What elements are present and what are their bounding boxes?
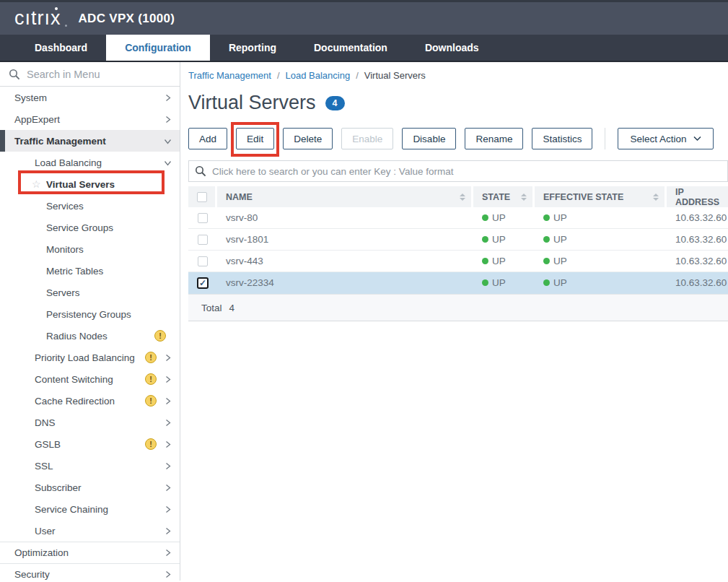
sidebar-item-label: Service Chaining	[35, 504, 108, 515]
favorite-star-icon[interactable]: ☆	[32, 178, 46, 190]
tab-reporting[interactable]: Reporting	[210, 35, 295, 61]
status-up-dot	[482, 258, 488, 264]
chevron-down-icon	[693, 136, 701, 142]
cell-ip-address: 10.63.32.60	[667, 234, 728, 245]
sort-icon[interactable]	[460, 194, 465, 201]
status-up-dot	[482, 279, 488, 286]
sidebar-item-servers[interactable]: Servers	[0, 282, 180, 303]
sidebar-item-content-switching[interactable]: Content Switching!	[0, 368, 180, 390]
breadcrumb-separator: /	[356, 70, 359, 81]
sidebar-item-radius-nodes[interactable]: Radius Nodes!	[0, 325, 180, 347]
chevron-right-icon	[163, 483, 172, 492]
tab-dashboard[interactable]: Dashboard	[16, 35, 106, 61]
tab-downloads[interactable]: Downloads	[406, 35, 498, 61]
row-checkbox[interactable]: ✓	[197, 277, 209, 289]
rename-button[interactable]: Rename	[465, 128, 523, 149]
sidebar-item-security[interactable]: Security	[0, 563, 180, 581]
select-action-label: Select Action	[630, 134, 686, 144]
table-row-vsrv-80[interactable]: vsrv-80UPUP10.63.32.60	[188, 207, 728, 229]
select-all-checkbox[interactable]	[197, 192, 207, 202]
sidebar-item-virtual-servers[interactable]: ☆Virtual Servers	[0, 173, 180, 195]
column-header-ip-address[interactable]: IP ADDRESS	[667, 186, 728, 207]
cell-ip-address: 10.63.32.60	[667, 277, 728, 288]
sidebar-item-label: Security	[14, 569, 50, 580]
citrix-logo-text: cıtrıx	[14, 7, 61, 29]
disable-button[interactable]: Disable	[402, 128, 456, 149]
app-title: ADC VPX (1000)	[79, 12, 175, 26]
sidebar-item-appexpert[interactable]: AppExpert	[0, 108, 180, 130]
column-header-label: EFFECTIVE STATE	[543, 192, 623, 202]
sidebar-search[interactable]	[0, 62, 180, 87]
column-header-effective-state[interactable]: EFFECTIVE STATE	[535, 186, 667, 207]
primary-nav: Dashboard Configuration Reporting Docume…	[0, 35, 728, 62]
sidebar-item-metric-tables[interactable]: Metric Tables	[0, 260, 180, 282]
tab-documentation[interactable]: Documentation	[295, 35, 406, 61]
sidebar-item-label: DNS	[35, 417, 56, 428]
sidebar-item-ssl[interactable]: SSL	[0, 455, 180, 477]
sidebar-item-optimization[interactable]: Optimization	[0, 542, 180, 563]
sidebar-item-services[interactable]: Services	[0, 195, 180, 217]
status-text: UP	[492, 277, 506, 288]
sidebar-item-monitors[interactable]: Monitors	[0, 238, 180, 260]
warning-icon: !	[145, 373, 157, 385]
sidebar-item-label: Service Groups	[46, 222, 113, 233]
chevron-right-icon	[163, 353, 172, 362]
sidebar-item-cache-redirection[interactable]: Cache Redirection!	[0, 390, 180, 412]
sidebar-item-gslb[interactable]: GSLB!	[0, 433, 180, 455]
select-action-dropdown[interactable]: Select Action	[618, 128, 713, 149]
sidebar-item-user[interactable]: User	[0, 520, 180, 542]
column-header-state[interactable]: STATE	[473, 186, 535, 207]
row-checkbox[interactable]	[198, 235, 208, 245]
column-header-name[interactable]: NAME	[217, 186, 473, 207]
breadcrumb-load-balancing[interactable]: Load Balancing	[286, 70, 351, 81]
add-button[interactable]: Add	[188, 128, 227, 149]
row-checkbox[interactable]	[198, 213, 208, 223]
table-row-vsrv-443[interactable]: vsrv-443UPUP10.63.32.60	[188, 251, 728, 272]
table-row-vsrv-1801[interactable]: vsrv-1801UPUP10.63.32.60	[188, 229, 728, 251]
sidebar-item-label: Subscriber	[35, 482, 82, 493]
sidebar-search-input[interactable]	[27, 69, 164, 80]
sort-icon[interactable]	[653, 194, 659, 201]
sidebar-item-service-chaining[interactable]: Service Chaining	[0, 498, 180, 520]
tab-configuration[interactable]: Configuration	[106, 35, 210, 61]
sidebar: SystemAppExpertTraffic ManagementLoad Ba…	[0, 62, 180, 581]
chevron-right-icon	[163, 115, 172, 124]
table-header: NAME STATE EFFECTIVE STATE IP ADDRESS	[188, 186, 728, 207]
sidebar-item-dns[interactable]: DNS	[0, 412, 180, 433]
table-search-input[interactable]	[212, 166, 727, 177]
sidebar-item-traffic-management[interactable]: Traffic Management	[0, 130, 180, 152]
chevron-right-icon	[163, 526, 172, 536]
status-text: UP	[492, 256, 506, 266]
sidebar-item-load-balancing[interactable]: Load Balancing	[0, 152, 180, 173]
row-checkbox-cell	[188, 235, 217, 245]
sidebar-item-persistency-groups[interactable]: Persistency Groups	[0, 303, 180, 325]
sort-icon[interactable]	[521, 194, 527, 201]
cell-effective-state: UP	[535, 234, 667, 245]
status-text: UP	[492, 234, 506, 245]
statistics-button[interactable]: Statistics	[532, 128, 592, 149]
status-up-dot	[543, 258, 550, 264]
cell-name: vsrv-22334	[217, 277, 473, 288]
sidebar-item-service-groups[interactable]: Service Groups	[0, 217, 180, 238]
edit-button[interactable]: Edit	[236, 128, 274, 149]
table-row-vsrv-22334[interactable]: ✓vsrv-22334UPUP10.63.32.60	[188, 272, 728, 294]
column-header-label: STATE	[482, 192, 510, 202]
chevron-right-icon	[163, 548, 172, 557]
cell-name: vsrv-1801	[217, 234, 473, 245]
chevron-right-icon	[163, 570, 172, 579]
sidebar-item-label: Metric Tables	[46, 266, 103, 277]
row-checkbox[interactable]	[198, 256, 208, 266]
sidebar-item-subscriber[interactable]: Subscriber	[0, 477, 180, 498]
sidebar-item-label: Content Switching	[35, 374, 113, 385]
sidebar-item-priority-load-balancing[interactable]: Priority Load Balancing!	[0, 347, 180, 368]
table-search-bar[interactable]	[188, 160, 728, 182]
sidebar-item-system[interactable]: System	[0, 87, 180, 108]
status-text: UP	[553, 212, 567, 223]
app-header: cıtrıx ADC VPX (1000)	[0, 2, 728, 35]
warning-icon: !	[154, 330, 166, 342]
sidebar-item-label: Persistency Groups	[46, 309, 131, 320]
delete-button[interactable]: Delete	[283, 128, 333, 149]
cell-ip-address: 10.63.32.60	[667, 256, 728, 266]
chevron-right-icon	[163, 93, 172, 103]
breadcrumb-traffic-management[interactable]: Traffic Management	[188, 70, 271, 81]
